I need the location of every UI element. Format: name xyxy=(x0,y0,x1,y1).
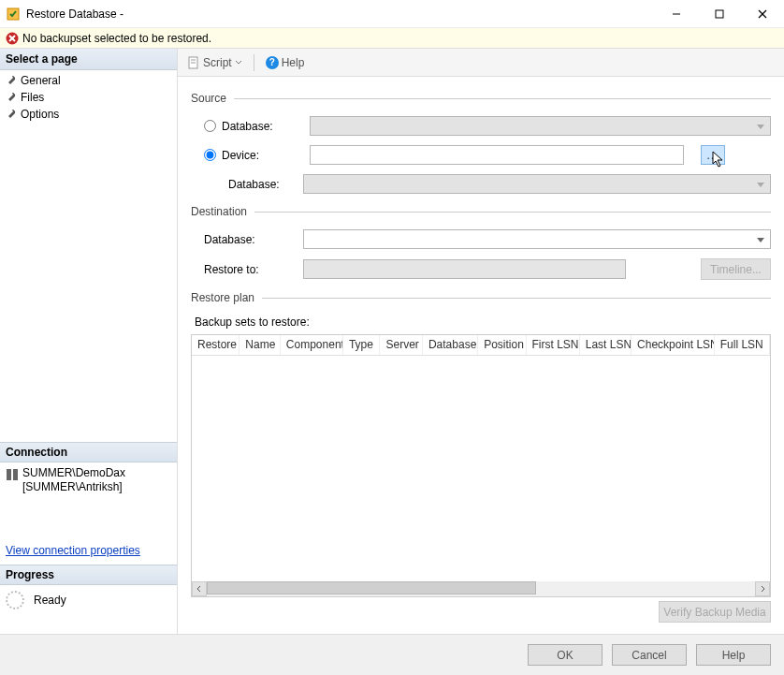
scroll-left-button[interactable] xyxy=(192,581,207,596)
wrench-icon xyxy=(6,109,17,120)
sidebar-item-label: Files xyxy=(21,91,44,104)
source-sub-database-label: Database: xyxy=(191,178,303,191)
source-device-text[interactable] xyxy=(310,145,684,165)
script-button[interactable]: Script xyxy=(183,54,246,71)
destination-database-label: Database: xyxy=(191,233,303,246)
grid-header: Restore Name Component Type Server Datab… xyxy=(192,335,770,356)
svg-rect-9 xyxy=(13,469,18,480)
backup-sets-label: Backup sets to restore: xyxy=(191,315,771,329)
horizontal-scrollbar[interactable] xyxy=(192,581,770,596)
col-component[interactable]: Component xyxy=(281,335,343,355)
destination-label: Destination xyxy=(191,205,247,218)
source-label: Source xyxy=(191,92,226,105)
sidebar-item-files[interactable]: Files xyxy=(0,89,177,106)
col-checkpoint-lsn[interactable]: Checkpoint LSN xyxy=(632,335,715,355)
chevron-right-icon xyxy=(759,585,766,593)
wrench-icon xyxy=(6,75,17,86)
grid-body xyxy=(192,356,770,581)
close-button[interactable] xyxy=(741,0,784,28)
progress-spinner-icon xyxy=(6,591,24,609)
server-icon xyxy=(6,468,19,481)
scroll-track[interactable] xyxy=(207,581,755,596)
progress-header: Progress xyxy=(0,565,177,585)
scroll-right-button[interactable] xyxy=(755,581,770,596)
help-button[interactable]: ? Help xyxy=(262,54,309,71)
ellipsis-icon: ... xyxy=(706,149,719,162)
main-panel: Script ? Help Source Database: xyxy=(178,49,784,634)
col-full-lsn[interactable]: Full LSN xyxy=(715,335,770,355)
help-icon: ? xyxy=(266,56,279,69)
source-database-radio-label: Database: xyxy=(222,120,310,133)
connection-server: SUMMER\DemoDax xyxy=(22,466,125,481)
timeline-button[interactable]: Timeline... xyxy=(701,258,771,280)
cancel-button[interactable]: Cancel xyxy=(612,644,687,666)
source-sub-database-combo[interactable] xyxy=(303,174,771,194)
col-database[interactable]: Database xyxy=(423,335,478,355)
notice-bar: No backupset selected to be restored. xyxy=(0,28,784,49)
view-connection-properties-link[interactable]: View connection properties xyxy=(0,536,177,565)
col-position[interactable]: Position xyxy=(478,335,526,355)
sidebar-item-options[interactable]: Options xyxy=(0,106,177,123)
sidebar-item-label: Options xyxy=(21,108,59,121)
restore-plan-label: Restore plan xyxy=(191,291,254,304)
toolbar: Script ? Help xyxy=(178,49,784,77)
restore-to-label: Restore to: xyxy=(191,263,303,276)
chevron-left-icon xyxy=(196,585,203,593)
svg-rect-2 xyxy=(716,10,723,18)
minimize-button[interactable] xyxy=(655,0,698,28)
browse-device-button[interactable]: ... xyxy=(701,145,725,165)
col-name[interactable]: Name xyxy=(240,335,280,355)
window-title: Restore Database - xyxy=(26,7,123,21)
scroll-thumb[interactable] xyxy=(207,581,536,594)
progress-row: Ready xyxy=(0,585,177,615)
error-icon xyxy=(6,32,19,45)
progress-status: Ready xyxy=(34,594,66,607)
help-label: Help xyxy=(282,56,305,69)
source-device-radio-label: Device: xyxy=(222,149,310,162)
source-device-radio[interactable] xyxy=(204,149,216,161)
col-restore[interactable]: Restore xyxy=(192,335,240,355)
connection-info: SUMMER\DemoDax [SUMMER\Antriksh] xyxy=(0,462,177,499)
restore-database-window: Restore Database - No backupset selected… xyxy=(0,0,784,675)
col-last-lsn[interactable]: Last LSN xyxy=(580,335,632,355)
script-label: Script xyxy=(203,56,232,69)
script-icon xyxy=(187,56,200,69)
col-server[interactable]: Server xyxy=(380,335,422,355)
backup-sets-grid[interactable]: Restore Name Component Type Server Datab… xyxy=(191,334,771,597)
col-type[interactable]: Type xyxy=(343,335,381,355)
ok-button[interactable]: OK xyxy=(528,644,603,666)
sidebar: Select a page General Files Options Conn… xyxy=(0,49,178,634)
select-page-header: Select a page xyxy=(0,49,177,70)
wrench-icon xyxy=(6,92,17,103)
connection-header: Connection xyxy=(0,442,177,462)
dialog-footer: OK Cancel Help xyxy=(0,634,784,675)
notice-text: No backupset selected to be restored. xyxy=(22,32,211,45)
svg-rect-8 xyxy=(7,469,11,480)
app-icon xyxy=(6,7,21,22)
toolbar-separator xyxy=(254,54,254,71)
col-first-lsn[interactable]: First LSN xyxy=(527,335,580,355)
sidebar-item-general[interactable]: General xyxy=(0,72,177,89)
source-database-radio[interactable] xyxy=(204,120,216,132)
destination-database-combo[interactable] xyxy=(303,229,771,249)
source-group: Source xyxy=(191,92,771,105)
connection-user: [SUMMER\Antriksh] xyxy=(22,480,125,495)
restore-plan-group: Restore plan xyxy=(191,291,771,304)
maximize-button[interactable] xyxy=(698,0,741,28)
destination-group: Destination xyxy=(191,205,771,218)
chevron-down-icon xyxy=(235,59,242,66)
sidebar-item-label: General xyxy=(21,74,61,87)
page-list: General Files Options xyxy=(0,70,177,125)
source-database-combo[interactable] xyxy=(310,116,771,136)
help-footer-button[interactable]: Help xyxy=(696,644,771,666)
titlebar: Restore Database - xyxy=(0,0,784,28)
verify-backup-media-button[interactable]: Verify Backup Media xyxy=(659,601,771,623)
restore-to-text xyxy=(303,259,626,279)
